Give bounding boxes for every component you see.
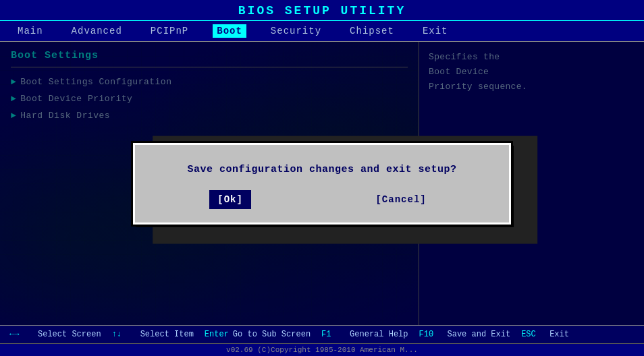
- main-area: Boot Settings ► Boot Settings Configurat…: [0, 42, 644, 325]
- key-desc-select-item: Select Item: [140, 330, 194, 339]
- dialog-overlay: Save configuration changes and exit setu…: [0, 42, 644, 325]
- nav-item-exit[interactable]: Exit: [419, 24, 452, 38]
- key-f1-label: F1: [321, 330, 346, 339]
- key-desc-select-screen: Select Screen: [38, 330, 101, 339]
- dialog-ok-button[interactable]: [Ok]: [211, 191, 250, 208]
- key-esc-label: ESC: [521, 330, 545, 339]
- key-f10-label: F10: [419, 330, 444, 339]
- key-select-item: ↑↓ Select Item: [112, 330, 194, 339]
- key-esc: ESC Exit: [521, 330, 569, 339]
- key-arrows-lr: ←→: [9, 330, 34, 339]
- bottom-keys-panel: ←→ Select Screen ↑↓ Select Item Enter Go…: [0, 325, 644, 343]
- key-enter: Enter Go to Sub Screen: [205, 330, 311, 339]
- key-arrows-ud: ↑↓: [112, 330, 136, 339]
- footer: v02.69 (C)Copyright 1985-2010 American M…: [0, 343, 644, 356]
- bios-title: BIOS SETUP UTILITY: [0, 0, 644, 21]
- nav-bar: Main Advanced PCIPnP Boot Security Chips…: [0, 21, 644, 42]
- nav-item-chipset[interactable]: Chipset: [346, 24, 398, 38]
- nav-item-main[interactable]: Main: [14, 24, 47, 38]
- key-desc-esc: Exit: [549, 330, 569, 339]
- key-enter-label: Enter: [205, 330, 229, 339]
- key-desc-f10: Save and Exit: [448, 330, 511, 339]
- nav-item-pcipnp[interactable]: PCIPnP: [146, 24, 192, 38]
- save-dialog: Save configuration changes and exit setu…: [133, 143, 511, 225]
- key-desc-enter: Go to Sub Screen: [233, 330, 311, 339]
- dialog-message: Save configuration changes and exit setu…: [151, 164, 493, 175]
- key-select-screen: ←→ Select Screen: [9, 330, 101, 339]
- dialog-buttons: [Ok] [Cancel]: [151, 191, 493, 208]
- nav-item-boot[interactable]: Boot: [213, 24, 246, 38]
- key-f1: F1 General Help: [321, 330, 408, 339]
- key-f10: F10 Save and Exit: [419, 330, 511, 339]
- nav-item-advanced[interactable]: Advanced: [68, 24, 126, 38]
- dialog-cancel-button[interactable]: [Cancel]: [369, 191, 433, 208]
- nav-item-security[interactable]: Security: [267, 24, 325, 38]
- key-desc-f1: General Help: [350, 330, 408, 339]
